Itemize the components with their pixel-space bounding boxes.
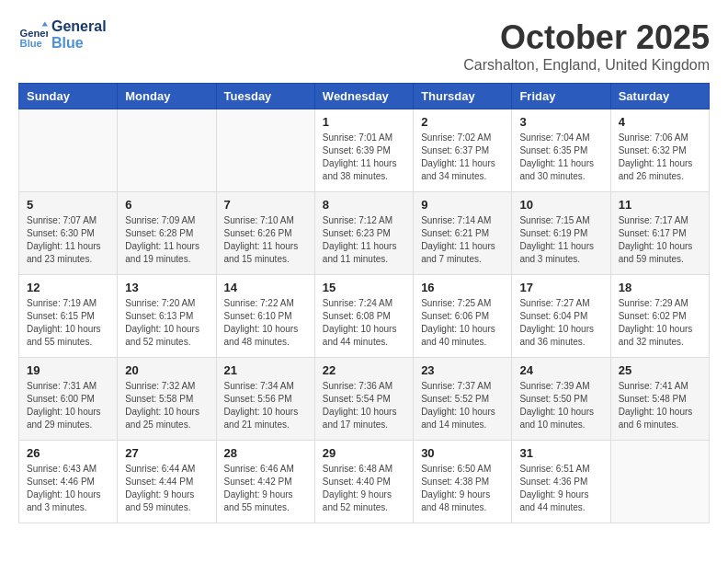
day-number: 23: [421, 363, 504, 377]
calendar-day-18: 18Sunrise: 7:29 AM Sunset: 6:02 PM Dayli…: [610, 275, 709, 358]
day-info: Sunrise: 7:19 AM Sunset: 6:15 PM Dayligh…: [27, 297, 109, 349]
day-number: 6: [125, 198, 208, 212]
day-info: Sunrise: 7:09 AM Sunset: 6:28 PM Dayligh…: [125, 214, 208, 266]
logo: General Blue General Blue: [18, 18, 107, 51]
calendar-day-13: 13Sunrise: 7:20 AM Sunset: 6:13 PM Dayli…: [118, 275, 216, 358]
day-number: 26: [27, 446, 109, 460]
day-number: 16: [421, 281, 504, 294]
logo-line1: General: [51, 18, 107, 35]
calendar-day-23: 23Sunrise: 7:37 AM Sunset: 5:52 PM Dayli…: [414, 358, 512, 441]
calendar-day-5: 5Sunrise: 7:07 AM Sunset: 6:30 PM Daylig…: [19, 192, 118, 275]
calendar-week-row: 12Sunrise: 7:19 AM Sunset: 6:15 PM Dayli…: [19, 275, 710, 358]
calendar-day-3: 3Sunrise: 7:04 AM Sunset: 6:35 PM Daylig…: [512, 109, 610, 192]
day-number: 5: [27, 198, 109, 212]
day-info: Sunrise: 7:34 AM Sunset: 5:56 PM Dayligh…: [224, 380, 307, 431]
day-info: Sunrise: 6:46 AM Sunset: 4:42 PM Dayligh…: [224, 463, 307, 514]
calendar-header-row: SundayMondayTuesdayWednesdayThursdayFrid…: [19, 84, 710, 109]
day-info: Sunrise: 7:12 AM Sunset: 6:23 PM Dayligh…: [323, 214, 405, 266]
day-number: 30: [421, 446, 504, 460]
calendar-day-27: 27Sunrise: 6:44 AM Sunset: 4:44 PM Dayli…: [118, 441, 216, 523]
day-number: 13: [125, 281, 208, 294]
logo-icon: General Blue: [18, 20, 48, 50]
day-number: 24: [519, 363, 602, 377]
day-number: 7: [224, 198, 307, 212]
calendar-week-row: 1Sunrise: 7:01 AM Sunset: 6:39 PM Daylig…: [19, 109, 710, 192]
day-number: 21: [224, 363, 307, 377]
title-section: October 2025 Carshalton, England, United…: [463, 18, 710, 74]
day-info: Sunrise: 7:22 AM Sunset: 6:10 PM Dayligh…: [224, 297, 307, 349]
day-number: 22: [323, 363, 405, 377]
weekday-header-thursday: Thursday: [414, 84, 512, 109]
calendar-day-19: 19Sunrise: 7:31 AM Sunset: 6:00 PM Dayli…: [19, 358, 118, 441]
day-info: Sunrise: 7:10 AM Sunset: 6:26 PM Dayligh…: [224, 214, 307, 266]
calendar-week-row: 19Sunrise: 7:31 AM Sunset: 6:00 PM Dayli…: [19, 358, 710, 441]
calendar-day-11: 11Sunrise: 7:17 AM Sunset: 6:17 PM Dayli…: [610, 192, 709, 275]
day-number: 4: [619, 115, 701, 129]
calendar-day-30: 30Sunrise: 6:50 AM Sunset: 4:38 PM Dayli…: [414, 441, 512, 523]
day-number: 12: [27, 281, 109, 294]
month-title: October 2025: [463, 18, 710, 57]
svg-text:Blue: Blue: [20, 37, 42, 48]
calendar-day-2: 2Sunrise: 7:02 AM Sunset: 6:37 PM Daylig…: [414, 109, 512, 192]
calendar-day-20: 20Sunrise: 7:32 AM Sunset: 5:58 PM Dayli…: [118, 358, 216, 441]
day-info: Sunrise: 7:20 AM Sunset: 6:13 PM Dayligh…: [125, 297, 208, 349]
day-number: 18: [619, 281, 701, 294]
day-number: 10: [519, 198, 602, 212]
calendar-day-9: 9Sunrise: 7:14 AM Sunset: 6:21 PM Daylig…: [414, 192, 512, 275]
day-info: Sunrise: 6:43 AM Sunset: 4:46 PM Dayligh…: [27, 463, 109, 514]
day-number: 1: [323, 115, 405, 129]
calendar-table: SundayMondayTuesdayWednesdayThursdayFrid…: [18, 83, 710, 523]
day-number: 8: [323, 198, 405, 212]
day-number: 3: [519, 115, 602, 129]
weekday-header-friday: Friday: [512, 84, 610, 109]
day-info: Sunrise: 7:27 AM Sunset: 6:04 PM Dayligh…: [519, 297, 602, 349]
calendar-day-10: 10Sunrise: 7:15 AM Sunset: 6:19 PM Dayli…: [512, 192, 610, 275]
location: Carshalton, England, United Kingdom: [463, 57, 710, 74]
svg-text:General: General: [20, 27, 48, 38]
day-number: 17: [519, 281, 602, 294]
calendar-day-empty: [118, 109, 216, 192]
calendar-day-17: 17Sunrise: 7:27 AM Sunset: 6:04 PM Dayli…: [512, 275, 610, 358]
calendar-day-28: 28Sunrise: 6:46 AM Sunset: 4:42 PM Dayli…: [216, 441, 314, 523]
day-info: Sunrise: 6:48 AM Sunset: 4:40 PM Dayligh…: [323, 463, 405, 514]
day-number: 31: [519, 446, 602, 460]
calendar-day-15: 15Sunrise: 7:24 AM Sunset: 6:08 PM Dayli…: [314, 275, 413, 358]
weekday-header-saturday: Saturday: [610, 84, 709, 109]
day-info: Sunrise: 6:44 AM Sunset: 4:44 PM Dayligh…: [125, 463, 208, 514]
calendar-day-21: 21Sunrise: 7:34 AM Sunset: 5:56 PM Dayli…: [216, 358, 314, 441]
weekday-header-tuesday: Tuesday: [216, 84, 314, 109]
day-info: Sunrise: 6:50 AM Sunset: 4:38 PM Dayligh…: [421, 463, 504, 514]
calendar-day-4: 4Sunrise: 7:06 AM Sunset: 6:32 PM Daylig…: [610, 109, 709, 192]
day-number: 19: [27, 363, 109, 377]
logo-line2: Blue: [51, 35, 107, 52]
day-number: 2: [421, 115, 504, 129]
day-info: Sunrise: 7:36 AM Sunset: 5:54 PM Dayligh…: [323, 380, 405, 431]
calendar-day-7: 7Sunrise: 7:10 AM Sunset: 6:26 PM Daylig…: [216, 192, 314, 275]
day-info: Sunrise: 7:37 AM Sunset: 5:52 PM Dayligh…: [421, 380, 504, 431]
day-info: Sunrise: 7:25 AM Sunset: 6:06 PM Dayligh…: [421, 297, 504, 349]
day-number: 29: [323, 446, 405, 460]
day-info: Sunrise: 7:41 AM Sunset: 5:48 PM Dayligh…: [619, 380, 701, 431]
day-info: Sunrise: 7:07 AM Sunset: 6:30 PM Dayligh…: [27, 214, 109, 266]
calendar-day-16: 16Sunrise: 7:25 AM Sunset: 6:06 PM Dayli…: [414, 275, 512, 358]
day-info: Sunrise: 7:06 AM Sunset: 6:32 PM Dayligh…: [619, 132, 701, 183]
calendar-day-26: 26Sunrise: 6:43 AM Sunset: 4:46 PM Dayli…: [19, 441, 118, 523]
calendar-day-31: 31Sunrise: 6:51 AM Sunset: 4:36 PM Dayli…: [512, 441, 610, 523]
day-number: 11: [619, 198, 701, 212]
day-number: 28: [224, 446, 307, 460]
day-info: Sunrise: 7:31 AM Sunset: 6:00 PM Dayligh…: [27, 380, 109, 431]
day-info: Sunrise: 7:04 AM Sunset: 6:35 PM Dayligh…: [519, 132, 602, 183]
calendar-day-8: 8Sunrise: 7:12 AM Sunset: 6:23 PM Daylig…: [314, 192, 413, 275]
weekday-header-sunday: Sunday: [19, 84, 118, 109]
day-number: 25: [619, 363, 701, 377]
calendar-day-empty: [216, 109, 314, 192]
calendar-day-empty: [19, 109, 118, 192]
calendar-week-row: 26Sunrise: 6:43 AM Sunset: 4:46 PM Dayli…: [19, 441, 710, 523]
day-info: Sunrise: 7:32 AM Sunset: 5:58 PM Dayligh…: [125, 380, 208, 431]
day-info: Sunrise: 7:39 AM Sunset: 5:50 PM Dayligh…: [519, 380, 602, 431]
day-number: 15: [323, 281, 405, 294]
weekday-header-monday: Monday: [118, 84, 216, 109]
calendar-day-24: 24Sunrise: 7:39 AM Sunset: 5:50 PM Dayli…: [512, 358, 610, 441]
svg-marker-2: [42, 21, 48, 26]
calendar-day-25: 25Sunrise: 7:41 AM Sunset: 5:48 PM Dayli…: [610, 358, 709, 441]
